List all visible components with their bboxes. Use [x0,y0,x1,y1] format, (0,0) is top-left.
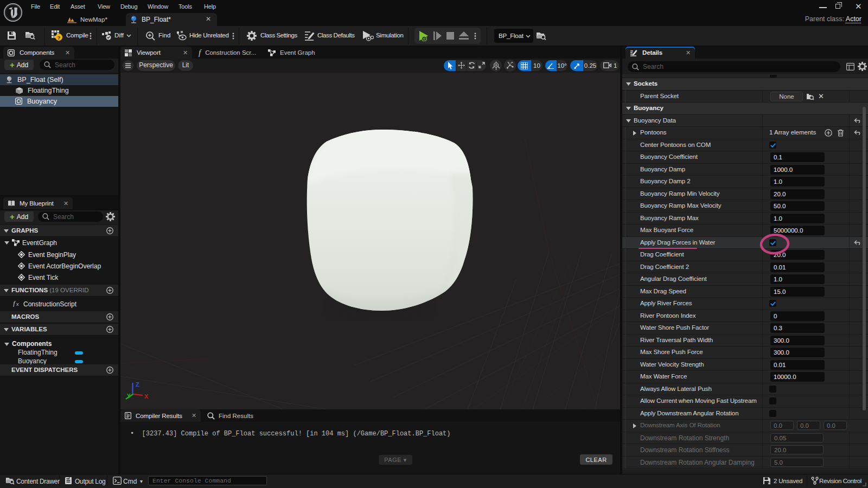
svg-text:?: ? [58,35,61,41]
svg-text:X: X [144,393,149,400]
svg-text:Y: Y [127,393,131,399]
svg-text:x: x [16,301,19,307]
svg-text:Z: Z [136,381,139,388]
